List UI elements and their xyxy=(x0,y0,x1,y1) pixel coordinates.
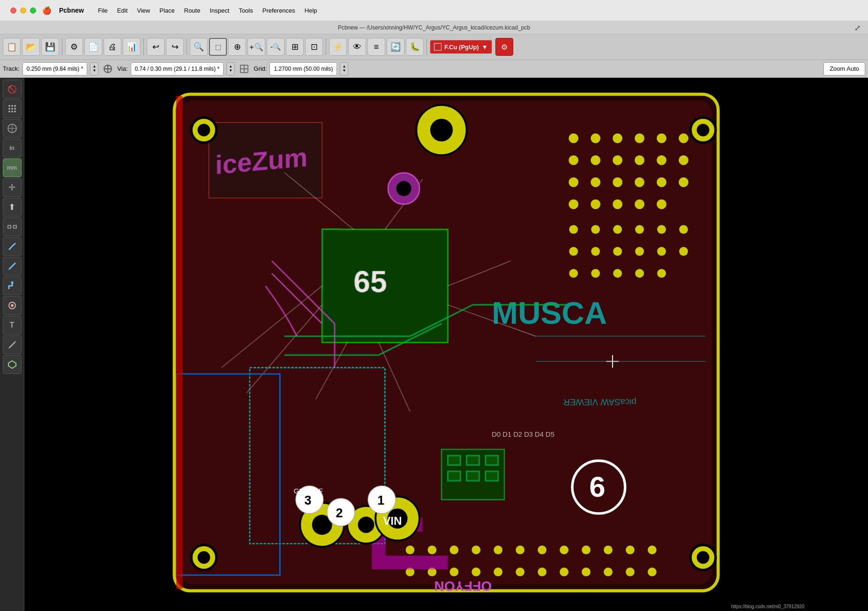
svg-point-77 xyxy=(657,247,666,256)
svg-point-16 xyxy=(11,111,13,112)
draw-line-button[interactable] xyxy=(3,335,22,354)
print-button[interactable]: 🖨 xyxy=(104,38,121,56)
polar-grid-button[interactable] xyxy=(3,119,22,138)
close-button[interactable] xyxy=(10,7,16,14)
track-value: 0.250 mm (9.84 mils) * xyxy=(27,66,83,72)
svg-point-78 xyxy=(679,247,688,256)
grid-display-button[interactable] xyxy=(3,99,22,118)
open-board-button[interactable]: 📂 xyxy=(22,38,40,56)
svg-point-9 xyxy=(8,105,10,107)
svg-point-48 xyxy=(657,134,666,143)
left-toolbar: 🚫 in mm ✛ ⬆ T xyxy=(0,78,24,611)
crosshair-button[interactable]: ✛ xyxy=(3,178,22,197)
resize-icon[interactable]: ⤢ xyxy=(854,23,861,32)
svg-rect-22 xyxy=(14,225,16,228)
zoom-sel-button[interactable]: ⊞ xyxy=(286,38,304,56)
svg-point-68 xyxy=(591,225,600,234)
svg-point-52 xyxy=(613,156,622,165)
svg-point-94 xyxy=(626,545,635,554)
svg-point-82 xyxy=(635,269,644,278)
drc-button[interactable]: 🐛 xyxy=(406,38,424,56)
svg-text:2: 2 xyxy=(336,506,343,520)
status-url: https://blog.csdn.net/m0_37912920 xyxy=(731,604,804,609)
menu-preferences[interactable]: Preferences xyxy=(258,5,300,16)
layer-selector[interactable]: F.Cu (PgUp) ▼ xyxy=(430,40,492,54)
redo-button[interactable]: ↪ xyxy=(166,38,184,56)
update-footprints-button[interactable]: 🔄 xyxy=(387,38,404,56)
no-drc-button[interactable]: 🚫 xyxy=(3,80,22,98)
grid-value: 1.2700 mm (50.00 mils) xyxy=(274,66,333,72)
svg-point-95 xyxy=(648,545,657,554)
zoom-in-button[interactable]: +🔍 xyxy=(247,38,265,56)
ratsnest-button[interactable] xyxy=(3,217,22,236)
svg-text:OFFYON: OFFYON xyxy=(434,579,492,594)
svg-point-111 xyxy=(697,124,710,136)
settings-button[interactable]: ⚙ xyxy=(65,38,83,56)
pcb-canvas[interactable]: iceZum 65 xyxy=(24,78,868,611)
menu-edit[interactable]: Edit xyxy=(112,5,132,16)
inspect-net-button[interactable]: 👁 xyxy=(348,38,366,56)
plot-button[interactable]: 📊 xyxy=(123,38,141,56)
menu-place[interactable]: Place xyxy=(155,5,180,16)
svg-point-69 xyxy=(613,225,622,234)
svg-point-70 xyxy=(635,225,644,234)
zoom-area-button[interactable]: ⬚ xyxy=(209,38,227,56)
zoom-fit-button[interactable]: ⊕ xyxy=(228,38,246,56)
svg-point-113 xyxy=(198,551,210,564)
page-setup-button[interactable]: 📄 xyxy=(84,38,102,56)
svg-point-10 xyxy=(11,105,13,107)
new-board-button[interactable]: 📋 xyxy=(3,38,21,56)
zoom-auto-button[interactable]: ⊡ xyxy=(305,38,323,56)
svg-point-24 xyxy=(11,282,13,284)
toolbar-separator-1 xyxy=(62,38,62,55)
via-label: Via: xyxy=(117,65,127,72)
find-button[interactable]: 🔍 xyxy=(190,38,208,56)
highlight-net-button[interactable]: ⚡ xyxy=(329,38,347,56)
svg-point-89 xyxy=(516,545,524,554)
track-stepper[interactable]: ▲ ▼ xyxy=(90,62,98,75)
route-track-button[interactable] xyxy=(3,237,22,256)
netlist-button[interactable]: ≡ xyxy=(367,38,385,56)
route-45-button[interactable] xyxy=(3,257,22,276)
svg-rect-21 xyxy=(8,225,11,228)
menu-inspect[interactable]: Inspect xyxy=(205,5,234,16)
svg-text:picaSAW VIEWER: picaSAW VIEWER xyxy=(563,397,636,407)
action-button[interactable]: ⚙ xyxy=(495,38,513,56)
track-toolbar: Track: 0.250 mm (9.84 mils) * ▲ ▼ Via: 0… xyxy=(0,60,868,78)
undo-button[interactable]: ↩ xyxy=(147,38,165,56)
footprint-button[interactable] xyxy=(3,355,22,374)
maximize-button[interactable] xyxy=(30,7,36,14)
svg-rect-134 xyxy=(486,471,498,481)
save-board-button[interactable]: 💾 xyxy=(41,38,59,56)
add-via-button[interactable] xyxy=(3,296,22,315)
svg-point-72 xyxy=(679,225,688,234)
svg-point-100 xyxy=(494,567,502,576)
toolbar-separator-5 xyxy=(427,38,427,55)
svg-point-59 xyxy=(635,178,644,187)
svg-rect-155 xyxy=(176,96,182,589)
menu-help[interactable]: Help xyxy=(300,5,322,16)
interactive-router-button[interactable] xyxy=(3,276,22,295)
select-tool[interactable]: ⬆ xyxy=(3,198,22,216)
status-bar: https://blog.csdn.net/m0_37912920 xyxy=(727,602,868,611)
menu-tools[interactable]: Tools xyxy=(234,5,257,16)
zoom-out-button[interactable]: -🔍 xyxy=(267,38,284,56)
svg-text:6: 6 xyxy=(589,470,605,503)
menu-view[interactable]: View xyxy=(132,5,155,16)
svg-rect-129 xyxy=(448,455,460,465)
svg-point-115 xyxy=(697,551,710,564)
menu-route[interactable]: Route xyxy=(180,5,205,16)
svg-point-92 xyxy=(582,545,591,554)
svg-point-107 xyxy=(648,567,657,576)
svg-point-104 xyxy=(582,567,591,576)
add-text-button[interactable]: T xyxy=(3,316,22,335)
svg-point-58 xyxy=(613,178,622,187)
minimize-button[interactable] xyxy=(20,7,26,14)
via-stepper[interactable]: ▲ ▼ xyxy=(226,62,235,75)
units-in-button[interactable]: in xyxy=(3,139,22,157)
track-label: Track: xyxy=(3,65,20,72)
layer-dropdown-icon: ▼ xyxy=(482,44,488,51)
menu-file[interactable]: File xyxy=(93,5,112,16)
grid-stepper[interactable]: ▲ ▼ xyxy=(340,62,348,75)
units-mm-button[interactable]: mm xyxy=(3,158,22,177)
